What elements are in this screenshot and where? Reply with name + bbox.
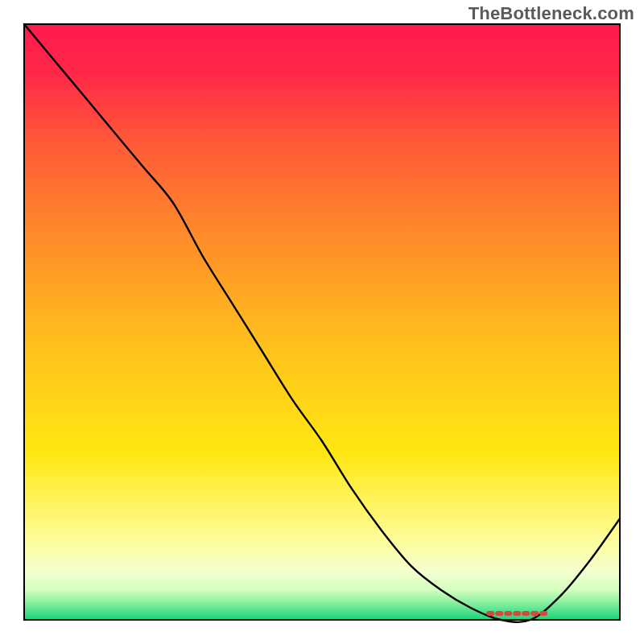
watermark-text: TheBottleneck.com bbox=[469, 3, 634, 24]
chart-stage: TheBottleneck.com bbox=[0, 0, 644, 644]
bottleneck-chart bbox=[0, 0, 644, 644]
plot-area bbox=[24, 24, 620, 620]
